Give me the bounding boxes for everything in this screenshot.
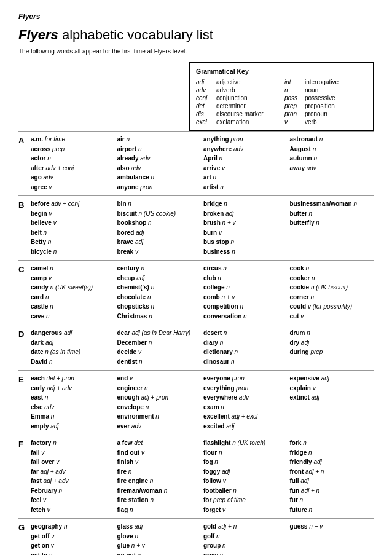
word-grammar: adv bbox=[42, 174, 53, 181]
word-grammar: v bbox=[133, 459, 138, 465]
section-f: Ffactory nfall vfall over vfar adj + adv… bbox=[18, 435, 374, 518]
word-grammar: n bbox=[144, 404, 149, 411]
word-column: flashlight n (UK torch)flour nfog nfoggy… bbox=[203, 439, 288, 514]
word-entry: butterfly n bbox=[290, 219, 374, 228]
word-bold: astronaut bbox=[290, 136, 318, 143]
word-grammar: n bbox=[42, 229, 47, 236]
word-entry: ever adv bbox=[117, 422, 202, 431]
word-entry: fridge n bbox=[290, 449, 374, 458]
word-entry: businessman/woman n bbox=[290, 200, 374, 209]
word-grammar: n bbox=[222, 200, 227, 207]
word-grammar: v bbox=[49, 542, 54, 549]
word-grammar: n bbox=[136, 146, 141, 152]
word-entry: Emma n bbox=[31, 412, 115, 422]
word-grammar: v bbox=[39, 449, 44, 456]
word-grammar: v bbox=[52, 219, 57, 226]
word-grammar: adj + excl bbox=[230, 413, 257, 420]
word-bold: drum bbox=[290, 329, 305, 336]
word-grammar: n bbox=[218, 184, 223, 191]
word-bold: dark bbox=[31, 339, 44, 346]
word-column: astronaut nAugust nautumn naway adv bbox=[290, 135, 374, 192]
word-bold: autumn bbox=[290, 155, 312, 162]
word-entry: drum n bbox=[290, 329, 374, 338]
word-entry: glass adj bbox=[117, 522, 202, 532]
word-bold: follow bbox=[203, 478, 221, 484]
section-letter: C bbox=[18, 265, 31, 274]
word-entry: fall over v bbox=[31, 458, 115, 467]
word-entry: Betty n bbox=[31, 238, 115, 247]
word-bold: factory bbox=[31, 439, 51, 446]
word-grammar: n bbox=[128, 506, 133, 513]
word-entry: air n bbox=[117, 135, 202, 144]
gram-key-row: pronpronoun bbox=[284, 111, 367, 117]
word-bold: get off bbox=[31, 533, 50, 540]
word-bold: diary bbox=[203, 339, 218, 346]
word-bold: far bbox=[31, 468, 39, 475]
word-entry: begin v bbox=[31, 210, 115, 219]
word-bold: chocolate bbox=[117, 294, 146, 301]
gram-key-row: disdiscourse marker bbox=[196, 111, 278, 117]
word-bold: candy bbox=[31, 284, 49, 291]
word-bold: get to bbox=[31, 552, 47, 556]
word-column: century ncheap adjchemist('s) nchocolate… bbox=[117, 264, 202, 321]
gram-key-title: Grammatical Key bbox=[196, 68, 367, 75]
word-entry: bridge n bbox=[203, 200, 288, 209]
word-bold: excited bbox=[203, 423, 224, 430]
word-column: anything pronanywhere advApril narrive v… bbox=[203, 135, 288, 192]
word-grammar: n bbox=[154, 413, 159, 420]
word-grammar: adj bbox=[299, 478, 309, 484]
word-grammar: adj bbox=[319, 375, 329, 382]
word-grammar: n bbox=[224, 284, 229, 291]
section-words-grid: geography nget off vget on vget to vglas… bbox=[31, 522, 374, 555]
word-grammar: n bbox=[232, 487, 237, 494]
word-bold: fun bbox=[290, 487, 300, 494]
word-entry: front adj + n bbox=[290, 468, 374, 477]
word-bold: everyone bbox=[203, 375, 230, 382]
word-bold: guess bbox=[290, 523, 308, 530]
word-entry: excellent adj + excl bbox=[203, 412, 288, 422]
word-grammar: n bbox=[52, 248, 57, 255]
word-column: dear adj (as in Dear Harry)December ndec… bbox=[117, 329, 202, 366]
section-words-grid: factory nfall vfall over vfar adj + advf… bbox=[31, 439, 374, 514]
word-bold: end bbox=[117, 375, 128, 382]
section-letter: B bbox=[18, 200, 31, 210]
word-bold: fireman/woman bbox=[117, 487, 162, 494]
word-entry: glove n bbox=[117, 532, 202, 541]
word-bold: glass bbox=[117, 523, 133, 530]
word-grammar: adv bbox=[305, 165, 316, 171]
word-entry: else adv bbox=[31, 403, 115, 412]
word-entry: cave n bbox=[31, 312, 115, 321]
word-entry: everywhere adv bbox=[203, 393, 288, 403]
word-entry: college n bbox=[203, 283, 288, 293]
word-bold: dentist bbox=[117, 358, 138, 365]
word-bold: brush bbox=[203, 219, 221, 226]
word-entry: circus n bbox=[203, 264, 288, 274]
section-letter: E bbox=[18, 375, 31, 384]
word-bold: excellent bbox=[203, 413, 230, 420]
word-bold: camp bbox=[31, 275, 47, 281]
word-bold: extinct bbox=[290, 394, 310, 401]
word-entry: flashlight n (UK torch) bbox=[203, 439, 288, 448]
word-grammar: n bbox=[222, 329, 227, 336]
word-entry: astronaut n bbox=[290, 135, 374, 144]
word-bold: club bbox=[203, 275, 216, 281]
word-grammar: n bbox=[149, 497, 154, 503]
section-words-grid: each det + pronearly adj + adveast nelse… bbox=[31, 374, 374, 431]
word-entry: fast adj + adv bbox=[31, 477, 115, 486]
word-bold: Betty bbox=[31, 238, 46, 245]
word-bold: anywhere bbox=[203, 146, 232, 152]
word-bold: butterfly bbox=[290, 219, 315, 226]
word-grammar: adj bbox=[224, 423, 234, 430]
word-entry: glue n + v bbox=[117, 541, 202, 551]
word-bold: break bbox=[117, 248, 134, 255]
word-entry: golf n bbox=[203, 532, 288, 541]
page-header: Flyers bbox=[18, 12, 374, 21]
word-bold: corner bbox=[290, 294, 309, 301]
word-bold: fire station bbox=[117, 497, 149, 503]
word-grammar: n bbox=[127, 200, 131, 207]
word-entry: empty adj bbox=[31, 422, 115, 431]
word-entry: cut v bbox=[290, 312, 374, 321]
word-entry: each det + pron bbox=[31, 374, 115, 384]
word-bold: card bbox=[31, 294, 44, 301]
word-grammar: n bbox=[214, 533, 219, 540]
